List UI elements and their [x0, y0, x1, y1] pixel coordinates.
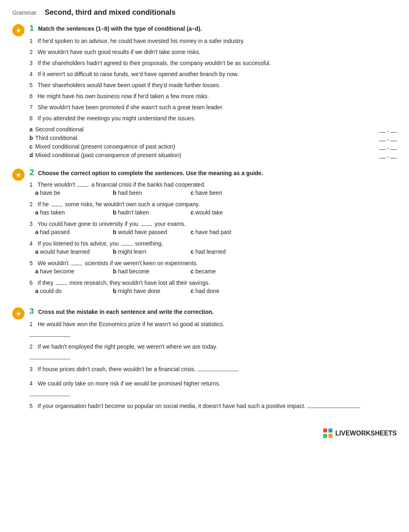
correction-line-2[interactable] — [29, 353, 70, 359]
grammar-label: Grammar — [12, 9, 36, 16]
section-1-content: 1 Match the sentences (1–8) with the typ… — [29, 23, 397, 160]
q2-item-4: 4 If you listened to his advice, you som… — [29, 240, 397, 255]
list-item: 3If the shareholders hadn't agreed to th… — [29, 59, 397, 68]
section-1-number: 1 — [29, 23, 34, 32]
liveworksheets-brand: LIVEWORKSHEETS — [323, 428, 397, 438]
list-item: 2We wouldn't have such good results if w… — [29, 48, 397, 56]
section-1-sentences: 1If he'd spoken to an advisor, he could … — [29, 37, 397, 123]
list-item: 5Their shareholders would have been upse… — [29, 81, 397, 90]
correction-item-4: 4 We could only take on more risk if we … — [29, 379, 397, 396]
section-3-number: 3 — [29, 307, 34, 316]
logo-cell-blue — [328, 428, 333, 433]
correction-line-4[interactable] — [29, 390, 70, 396]
list-item: b Third conditional __ , __ — [29, 135, 397, 141]
star-badge-1: ★ — [12, 24, 25, 36]
q2-item-2: 2 If he some risks, he wouldn't own such… — [29, 201, 397, 216]
section-3: ★ 3 Cross out the mistake in each senten… — [12, 307, 397, 416]
q2-item-6: 6 If they more research, they wouldn't h… — [29, 280, 397, 294]
section-3-instruction: 3 Cross out the mistake in each sentence… — [29, 307, 397, 316]
section-3-content: 3 Cross out the mistake in each sentence… — [29, 307, 397, 416]
correction-item-3: 3 If house prices didn't crash, there wo… — [29, 365, 397, 374]
list-item: a Second conditional __ , __ — [29, 126, 397, 133]
liveworksheets-logo — [323, 428, 333, 438]
section-2-content: 2 Choose the correct option to complete … — [29, 168, 397, 299]
star-badge-3: ★ — [12, 307, 25, 320]
correction-line-1[interactable] — [29, 330, 70, 337]
logo-cell-green — [323, 434, 327, 438]
section-1-instruction: 1 Match the sentences (1–8) with the typ… — [29, 23, 397, 33]
section-2-instruction: 2 Choose the correct option to complete … — [29, 168, 397, 177]
page-header: Grammar Second, third and mixed conditio… — [12, 8, 397, 17]
correction-item-1: 1 He would have won the Economics prize … — [29, 320, 397, 337]
logo-cell-red — [323, 428, 327, 433]
list-item: 6He might have his own business now if h… — [29, 92, 397, 101]
list-item: 4If it weren't so difficult to raise fun… — [29, 70, 397, 79]
correction-input-5[interactable] — [307, 408, 360, 408]
list-item: 1If he'd spoken to an advisor, he could … — [29, 37, 397, 45]
q2-item-5: 5 We wouldn't scientists if we weren't k… — [29, 260, 397, 275]
list-item: c Mixed conditional (present consequence… — [29, 143, 397, 150]
logo-cell-yellow — [328, 434, 333, 438]
list-item: d Mixed conditional (past consequence of… — [29, 152, 397, 158]
section-2: ★ 2 Choose the correct option to complet… — [12, 168, 397, 299]
section-1-categories: a Second conditional __ , __ b Third con… — [29, 126, 397, 158]
correction-item-2: 2 If we hadn't employed the right people… — [29, 343, 397, 359]
q2-item-1: 1 There wouldn't a financial crisis if t… — [29, 181, 397, 196]
correction-input-3[interactable] — [198, 371, 238, 371]
list-item: 8If you attended the meetings you might … — [29, 114, 397, 123]
page-title: Second, third and mixed conditionals — [45, 8, 175, 17]
list-item: 7She wouldn't have been promoted if she … — [29, 103, 397, 112]
liveworksheets-text: LIVEWORKSHEETS — [335, 430, 397, 437]
section-1: ★ 1 Match the sentences (1–8) with the t… — [12, 23, 397, 160]
section-2-number: 2 — [29, 168, 34, 177]
star-badge-2: ★ — [12, 169, 25, 181]
footer: LIVEWORKSHEETS — [12, 424, 397, 438]
correction-item-5: 5 If your organisation hadn't become so … — [29, 402, 397, 410]
q2-item-3: 3 You could have gone to university if y… — [29, 221, 397, 235]
